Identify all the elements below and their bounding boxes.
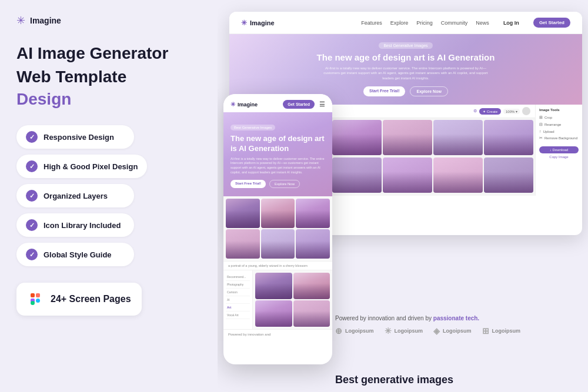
mobile-img-1 — [226, 199, 260, 228]
check-icon-4 — [26, 219, 38, 231]
mobile-nav-item-1[interactable]: Recommend... — [226, 273, 250, 281]
mobile-bottom-img-3 — [255, 300, 292, 327]
mobile-sidebar: Recommend... Photography Cartoon AI Art … — [223, 270, 332, 329]
feature-item-pixel: High & Good Pixel Design — [16, 155, 147, 178]
logo-text-2: Logoipsum — [395, 328, 423, 334]
mobile-nav: ✳ Imagine Get Started ☰ — [223, 94, 332, 112]
mobile-img-5 — [261, 229, 295, 259]
mobile-prompt-text: a portrait of a young, elderly wizard in… — [228, 264, 308, 267]
figma-icon — [27, 291, 44, 307]
mobile-hero-subtitle: AI-first is a totally new way to deliver… — [230, 157, 325, 175]
mobile-hero: Best Generative Images The new age of de… — [223, 112, 332, 196]
partner-logo-4: ⊞ Logoipsum — [482, 326, 521, 336]
wizard-img-4 — [383, 120, 432, 155]
logo-icon-4: ⊞ — [482, 326, 489, 336]
logo-text-1: Logoipsum — [345, 328, 374, 334]
logo-icon-1: ⊕ — [335, 326, 342, 336]
feature-item-responsive: Responsive Design — [16, 125, 134, 149]
desktop-explore-button[interactable]: Explore Now — [410, 86, 447, 96]
tool-upload-label: Upload — [543, 130, 554, 133]
feature-item-style: Global Style Guide — [16, 243, 134, 266]
tool-remove-bg-label: Remove Background — [544, 136, 577, 140]
nav-link-explore: Explore — [390, 20, 409, 26]
desktop-hero-subtitle: AI-first is a totally new way to deliver… — [323, 66, 488, 81]
mobile-menu-icon[interactable]: ☰ — [319, 100, 325, 108]
logo-text-4: Logoipsum — [492, 328, 521, 334]
main-subtitle: Design — [16, 90, 207, 109]
mobile-image-grid — [223, 196, 332, 261]
mobile-bottom-img-4 — [293, 300, 330, 327]
powered-by-text: Powered by innovation and driven by pass… — [335, 315, 582, 321]
powered-text-main: Powered by innovation and driven by — [335, 315, 433, 321]
tool-remove-bg[interactable]: ✂ Remove Background — [539, 135, 579, 142]
tools-panel: Image Tools ⊞ Crop ⊟ Rearrange ↑ Upload … — [535, 105, 582, 196]
main-title-line1: AI Image Generator — [16, 43, 207, 63]
prompt-settings-icon: ⚙ — [473, 109, 477, 113]
mobile-sidebar-nav: Recommend... Photography Cartoon AI Art … — [223, 270, 253, 329]
mobile-prompt-bar[interactable]: a portrait of a young, elderly wizard in… — [223, 261, 332, 270]
mobile-nav-item-6[interactable]: Vocal Art — [226, 311, 250, 319]
check-icon-1 — [26, 131, 38, 143]
wizard-img-5 — [433, 120, 483, 155]
partner-logo-3: ◈ Logoipsum — [433, 326, 472, 336]
nav-link-features: Features — [361, 20, 382, 26]
upload-icon: ↑ — [539, 129, 542, 133]
mobile-img-3 — [296, 199, 330, 228]
copy-image-button[interactable]: Copy Image — [539, 155, 579, 159]
mobile-explore-button[interactable]: Explore Now — [269, 180, 300, 188]
mobile-mockup: ✳ Imagine Get Started ☰ Best Generative … — [223, 94, 332, 364]
zoom-control[interactable]: 100% ▾ — [503, 109, 520, 114]
mobile-nav-item-5[interactable]: Art — [226, 304, 250, 311]
tool-upload[interactable]: ↑ Upload — [539, 128, 579, 135]
nav-login-button[interactable]: Log In — [503, 20, 519, 26]
remove-bg-icon: ✂ — [539, 136, 543, 140]
nav-cta-button[interactable]: Get Started — [533, 18, 570, 28]
wizard-img-11 — [433, 158, 483, 193]
mobile-cta-button[interactable]: Get Started — [283, 100, 315, 109]
wizard-img-9 — [332, 158, 382, 193]
feature-list: Responsive Design High & Good Pixel Desi… — [16, 125, 207, 266]
best-generative-title: Best generative images — [335, 374, 582, 386]
avatar-circle — [522, 107, 530, 115]
svg-rect-1 — [31, 293, 35, 297]
screen-pages-badge: 24+ Screen Pages — [16, 283, 142, 316]
wizard-img-12 — [484, 158, 533, 193]
svg-rect-0 — [27, 291, 44, 307]
download-button[interactable]: ↓ Download — [539, 146, 579, 153]
mobile-logo-text: Imagine — [238, 102, 258, 108]
desktop-trial-button[interactable]: Start Free Trial! — [363, 86, 405, 96]
partner-logo-2: ✳ Logoipsum — [385, 326, 423, 336]
logo-area: ✳ Imagine — [16, 14, 207, 27]
tool-rearrange[interactable]: ⊟ Rearrange — [539, 121, 579, 128]
desktop-nav-logo-text: Imagine — [250, 19, 275, 26]
mobile-nav-item-4[interactable]: AI — [226, 296, 250, 304]
desktop-hero-title: The new age of design art is AI Generati… — [317, 52, 495, 63]
desktop-nav: ✳ Imagine Features Explore Pricing Commu… — [229, 12, 582, 34]
screen-pages-text: 24+ Screen Pages — [51, 294, 131, 304]
wizard-img-10 — [383, 158, 432, 193]
wizard-img-3 — [332, 120, 382, 155]
mobile-img-6 — [296, 229, 330, 259]
tools-panel-title: Image Tools — [539, 108, 579, 112]
svg-point-5 — [36, 299, 40, 303]
mobile-nav-item-3[interactable]: Cartoon — [226, 289, 250, 296]
check-icon-3 — [26, 190, 38, 202]
partner-logo-1: ⊕ Logoipsum — [335, 326, 374, 336]
main-title-line2: Web Template — [16, 67, 207, 87]
mobile-nav-item-2[interactable]: Photography — [226, 281, 250, 289]
mobile-bottom-grid — [253, 270, 332, 329]
snowflake-icon: ✳ — [16, 14, 25, 27]
tool-crop-label: Crop — [544, 116, 552, 119]
create-button[interactable]: ✦ Create — [479, 108, 501, 115]
logo-text: Imagine — [30, 16, 61, 25]
nav-link-community: Community — [441, 20, 468, 26]
mobile-trial-button[interactable]: Start Free Trial! — [230, 180, 266, 188]
mobile-snowflake-icon: ✳ — [230, 101, 235, 108]
desktop-hero-buttons: Start Free Trial! Explore Now — [363, 86, 448, 96]
logo-icon-2: ✳ — [385, 326, 392, 336]
mobile-img-4 — [226, 229, 260, 259]
mobile-bottom-img-1 — [255, 273, 292, 299]
feature-text-3: Organized Layers — [44, 192, 108, 200]
tool-crop[interactable]: ⊞ Crop — [539, 114, 579, 121]
wizard-img-6 — [484, 120, 533, 155]
